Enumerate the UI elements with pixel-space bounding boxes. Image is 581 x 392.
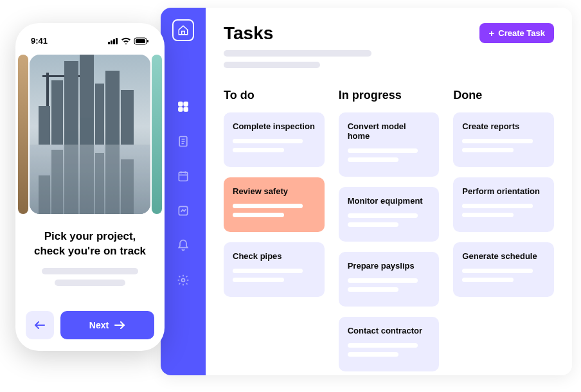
card-title: Perform orientation bbox=[462, 186, 545, 196]
svg-rect-0 bbox=[179, 102, 183, 107]
arrow-left-icon bbox=[34, 321, 46, 330]
sidebar bbox=[161, 8, 206, 375]
subtitle-placeholder bbox=[224, 50, 371, 68]
task-card[interactable]: Complete inspection bbox=[224, 112, 325, 167]
next-button[interactable]: Next bbox=[60, 311, 154, 339]
card-title: Complete inspection bbox=[233, 121, 316, 131]
card-placeholder bbox=[348, 213, 418, 218]
column-1: In progressConvert model homeMonitor equ… bbox=[339, 89, 440, 375]
card-placeholder bbox=[348, 343, 418, 348]
card-placeholder bbox=[233, 204, 303, 208]
card-placeholder bbox=[348, 278, 418, 283]
task-card[interactable]: Create reports bbox=[453, 112, 554, 167]
card-placeholder bbox=[462, 204, 532, 208]
column-2: DoneCreate reportsPerform orientationGen… bbox=[453, 89, 554, 375]
chart-icon bbox=[177, 204, 190, 217]
nav-calendar[interactable] bbox=[175, 168, 191, 184]
svg-rect-8 bbox=[179, 172, 187, 181]
nav-notifications[interactable] bbox=[175, 238, 191, 253]
svg-rect-19 bbox=[136, 39, 145, 43]
card-placeholder bbox=[233, 148, 284, 152]
card-placeholder bbox=[462, 139, 532, 143]
image-carousel[interactable] bbox=[26, 55, 154, 214]
svg-rect-16 bbox=[113, 39, 115, 44]
column-0: To doComplete inspectionReview safetyChe… bbox=[224, 89, 325, 375]
task-card[interactable]: Check pipes bbox=[224, 242, 325, 297]
card-placeholder bbox=[348, 222, 399, 227]
carousel-peek-right bbox=[152, 55, 162, 214]
svg-rect-1 bbox=[184, 102, 188, 107]
create-task-button[interactable]: + Create Task bbox=[479, 23, 554, 43]
plus-icon: + bbox=[488, 28, 494, 38]
column-title: In progress bbox=[339, 89, 440, 102]
nav-analytics[interactable] bbox=[175, 203, 191, 218]
main-header: Tasks + Create Task bbox=[224, 23, 554, 68]
wifi-icon bbox=[121, 37, 131, 44]
card-placeholder bbox=[348, 157, 399, 162]
gear-icon bbox=[177, 274, 190, 287]
card-placeholder bbox=[348, 287, 399, 292]
nav-dashboard[interactable] bbox=[175, 99, 191, 114]
page-title: Tasks bbox=[224, 23, 371, 44]
card-title: Monitor equipment bbox=[348, 196, 431, 206]
phone-mockup: 9:41 Pick your project,check you're on t… bbox=[15, 23, 165, 351]
card-placeholder bbox=[348, 352, 399, 357]
calendar-icon bbox=[177, 170, 190, 183]
card-title: Review safety bbox=[233, 186, 316, 196]
status-bar: 9:41 bbox=[26, 33, 154, 46]
create-task-label: Create Task bbox=[498, 28, 545, 38]
card-placeholder bbox=[233, 213, 284, 217]
card-placeholder bbox=[462, 269, 532, 273]
document-icon bbox=[177, 135, 190, 148]
svg-rect-17 bbox=[116, 38, 118, 44]
svg-rect-15 bbox=[111, 40, 112, 44]
signal-icon bbox=[108, 37, 118, 44]
logo bbox=[172, 19, 194, 41]
card-title: Prepare payslips bbox=[348, 261, 431, 271]
card-placeholder bbox=[233, 139, 303, 143]
carousel-peek-left bbox=[18, 55, 28, 214]
card-placeholder bbox=[348, 148, 418, 153]
svg-rect-2 bbox=[179, 107, 183, 112]
status-time: 9:41 bbox=[31, 36, 48, 46]
nav-settings[interactable] bbox=[175, 272, 191, 288]
task-card[interactable]: Perform orientation bbox=[453, 177, 554, 232]
main-panel: Tasks + Create Task To doComplete inspec… bbox=[206, 8, 572, 375]
onboarding-subtitle-placeholder bbox=[26, 268, 154, 286]
card-placeholder bbox=[462, 278, 514, 282]
nav-documents[interactable] bbox=[175, 134, 191, 149]
card-placeholder bbox=[462, 148, 514, 152]
phone-actions: Next bbox=[26, 311, 154, 339]
back-button[interactable] bbox=[26, 311, 54, 339]
task-card[interactable]: Convert model home bbox=[339, 112, 440, 177]
card-placeholder bbox=[233, 269, 303, 273]
svg-point-13 bbox=[182, 279, 185, 282]
task-card[interactable]: Monitor equipment bbox=[339, 187, 440, 242]
onboarding-title: Pick your project,check you're on track bbox=[26, 229, 154, 259]
svg-rect-20 bbox=[147, 40, 148, 42]
column-title: Done bbox=[453, 89, 554, 102]
dashboard-icon bbox=[177, 100, 190, 113]
card-title: Contact contractor bbox=[348, 326, 431, 335]
arrow-right-icon bbox=[114, 321, 125, 330]
column-title: To do bbox=[224, 89, 325, 102]
svg-rect-3 bbox=[184, 107, 188, 112]
status-icons bbox=[108, 37, 149, 45]
card-title: Create reports bbox=[462, 121, 545, 131]
bell-icon bbox=[177, 239, 190, 252]
card-title: Convert model home bbox=[348, 121, 431, 141]
card-title: Generate schedule bbox=[462, 251, 545, 261]
battery-icon bbox=[134, 37, 149, 45]
task-card[interactable]: Review safety bbox=[224, 177, 325, 232]
svg-rect-14 bbox=[108, 42, 110, 44]
next-label: Next bbox=[89, 320, 109, 330]
task-card[interactable]: Generate schedule bbox=[453, 242, 554, 297]
card-title: Check pipes bbox=[233, 251, 316, 261]
dashboard-window: Tasks + Create Task To doComplete inspec… bbox=[161, 8, 572, 375]
carousel-image bbox=[30, 55, 150, 214]
kanban-board: To doComplete inspectionReview safetyChe… bbox=[224, 89, 554, 375]
sidebar-nav bbox=[175, 99, 191, 288]
task-card[interactable]: Prepare payslips bbox=[339, 252, 440, 307]
task-card[interactable]: Contact contractor bbox=[339, 317, 440, 371]
card-placeholder bbox=[233, 278, 284, 282]
